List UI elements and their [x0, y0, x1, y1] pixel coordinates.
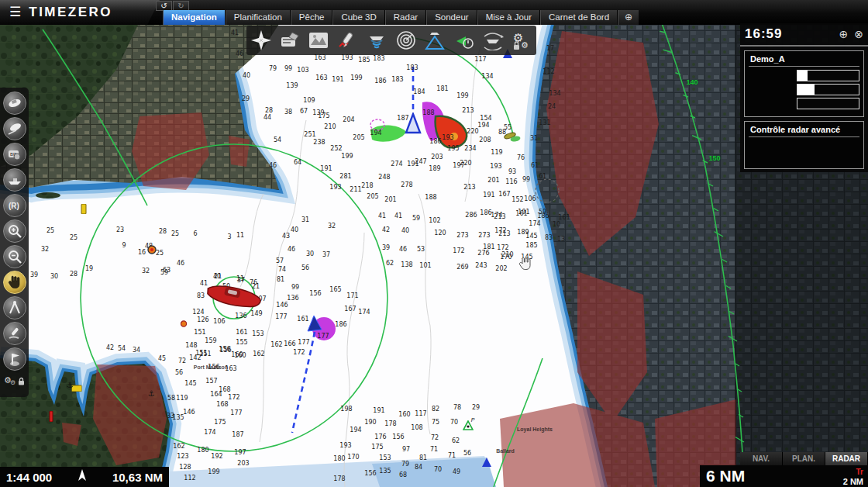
- svg-text:(R): (R): [9, 202, 19, 210]
- buoy-yellow-icon[interactable]: [81, 203, 87, 217]
- radar-range-bar: 6 NM Tr 2 NM: [700, 465, 868, 487]
- anchor-icon[interactable]: ⚓: [148, 387, 157, 401]
- toolbar-settings-icon[interactable]: ⚙⚙: [508, 27, 535, 54]
- app-logo: TIMEZERO: [29, 5, 112, 20]
- radar-source-box: Demo_A: [744, 50, 864, 117]
- advanced-setting-row[interactable]: [749, 160, 859, 164]
- radar-source-name[interactable]: Demo_A: [749, 54, 859, 67]
- kayak-icon[interactable]: [504, 132, 521, 146]
- lock-icon[interactable]: [18, 375, 25, 389]
- north-arrow-icon: [78, 469, 87, 485]
- radar-rings-icon[interactable]: [393, 27, 419, 54]
- target-tracking-icon[interactable]: [480, 27, 506, 54]
- tab-sondeur[interactable]: Sondeur: [426, 10, 477, 25]
- ship-view-icon[interactable]: [3, 168, 26, 192]
- tab-planification[interactable]: Planification: [226, 10, 291, 25]
- sounder-icon[interactable]: [363, 27, 390, 54]
- svg-text:⚙: ⚙: [521, 40, 529, 50]
- slider-bar[interactable]: [797, 84, 859, 95]
- route-pen-icon[interactable]: [335, 27, 361, 54]
- dividers-icon[interactable]: [3, 296, 26, 319]
- buoy-orange-icon[interactable]: [147, 244, 157, 257]
- mini-tab-plan[interactable]: PLAN.: [783, 452, 825, 465]
- screen-distance: 10,63 NM: [112, 471, 163, 484]
- expand-panel-icon[interactable]: ⊕: [839, 28, 849, 40]
- advanced-title: Contrôle radar avancé: [749, 124, 859, 137]
- waypoint-flag-icon[interactable]: [3, 347, 26, 371]
- chart-toolbar: ⚙⚙: [246, 26, 536, 55]
- radar-control-panel: 16:59 ⊕ ⊗ Demo_A Contrôle radar avancé: [740, 23, 868, 172]
- radar-panel-header: 16:59 ⊕ ⊗: [740, 23, 868, 47]
- svg-text:⚓: ⚓: [148, 389, 155, 398]
- mini-tab-radar[interactable]: RADAR: [825, 452, 868, 465]
- tab-navigation[interactable]: Navigation: [163, 10, 226, 25]
- ais-small-icon[interactable]: [481, 457, 492, 471]
- screenshot-chart-icon[interactable]: [305, 27, 332, 54]
- buoy-red-stick-icon[interactable]: [49, 411, 53, 425]
- hand-cursor-icon[interactable]: [518, 257, 532, 274]
- buoy-orange-small-icon[interactable]: [181, 316, 188, 330]
- transmit-status: Tr: [856, 468, 863, 476]
- zoom-out-icon[interactable]: [3, 245, 26, 268]
- radar-advanced-box: Contrôle radar avancé: [744, 121, 864, 169]
- tab-radar[interactable]: Radar: [385, 10, 426, 25]
- mini-tab-nav[interactable]: NAV.: [740, 452, 783, 465]
- camera-replay-icon[interactable]: [450, 27, 477, 54]
- tab-mise-à-jour[interactable]: Mise à Jour: [477, 10, 540, 25]
- svg-text:⚙: ⚙: [10, 379, 16, 385]
- chart-markers-layer: ⚓⚓: [0, 0, 868, 487]
- tab-carnet-de-bord[interactable]: Carnet de Bord: [540, 10, 618, 25]
- slider-row-gain: [749, 70, 859, 81]
- settings-gears-icon[interactable]: ⚙⚙: [4, 375, 16, 389]
- ais-target-filled-icon[interactable]: [306, 314, 323, 336]
- view-3d-icon[interactable]: [422, 27, 448, 54]
- hamburger-icon[interactable]: ☰: [9, 0, 21, 25]
- left-tool-strip: BR(R) ⚙⚙: [0, 88, 29, 397]
- tab-cube-3d[interactable]: Cube 3D: [332, 10, 384, 25]
- center-vessel-icon[interactable]: [3, 92, 26, 115]
- radar-range-value: 6 NM: [706, 467, 843, 485]
- logo-banner: ☰ TIMEZERO: [0, 0, 160, 25]
- panel-mini-tabs: NAV.PLAN.RADAR: [740, 452, 868, 465]
- compass-rose-icon[interactable]: [248, 27, 274, 54]
- anchor-icon[interactable]: ⚓: [67, 378, 75, 392]
- add-workspace-icon[interactable]: ⊕: [618, 10, 639, 25]
- pan-hand-icon[interactable]: [3, 271, 26, 294]
- timezero-app-window: 4146402944547999103139109283867139163193…: [0, 0, 868, 487]
- secondary-range: 2 NM: [843, 477, 863, 486]
- slider-row-pluie: [749, 98, 859, 109]
- ais-target-outline-icon[interactable]: [404, 112, 422, 137]
- zoom-in-icon[interactable]: [3, 219, 26, 243]
- slider-row-mer: [749, 84, 859, 95]
- own-ship-boat-icon[interactable]: [204, 283, 264, 313]
- workspace-tabs: NavigationPlanificationPêcheCube 3DRadar…: [163, 10, 639, 25]
- track-icon[interactable]: [3, 117, 26, 140]
- camera-icon[interactable]: BR: [3, 143, 26, 166]
- slider-bar[interactable]: [797, 70, 859, 81]
- svg-text:⚓: ⚓: [67, 381, 74, 389]
- annotate-icon[interactable]: [3, 322, 26, 345]
- chart-scale: 1:44 000: [6, 471, 52, 484]
- panel-clock: 16:59: [745, 26, 833, 42]
- radar-r-icon[interactable]: (R): [3, 194, 26, 217]
- close-panel-icon[interactable]: ⊗: [854, 28, 863, 40]
- logbook-icon[interactable]: [277, 27, 303, 54]
- beacon-green-icon[interactable]: [463, 420, 474, 434]
- tab-pêche[interactable]: Pêche: [291, 10, 333, 25]
- scale-status-bar: 1:44 000 10,63 NM: [0, 467, 169, 487]
- top-menu-bar: ☰ TIMEZERO ↺ ↻ NavigationPlanificationPê…: [0, 0, 868, 25]
- slider-bar[interactable]: [797, 98, 859, 109]
